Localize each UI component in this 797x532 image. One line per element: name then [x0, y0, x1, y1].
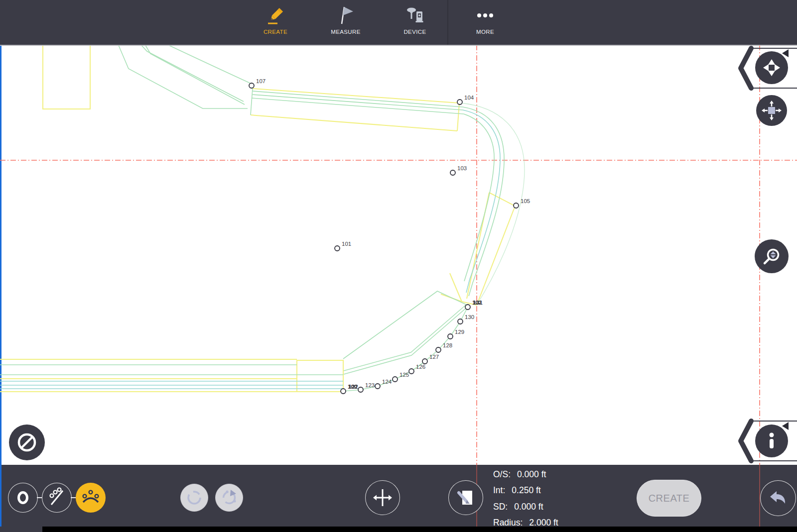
no-draw-button[interactable] [9, 425, 45, 460]
point-label: 125 [399, 372, 409, 378]
point-marker-105[interactable] [514, 203, 519, 208]
point-label: 124 [382, 379, 392, 385]
dpad-icon [759, 55, 785, 81]
edge-line-overlay [0, 465, 1, 527]
mode-arc-button[interactable] [76, 483, 106, 513]
readout-int-label: Int: [493, 485, 505, 496]
crosshair-lines [0, 45, 797, 465]
point-label: 123 [365, 382, 375, 388]
point-marker-100[interactable] [341, 389, 346, 394]
line-mode-icon [46, 487, 68, 509]
arc-rotate-button-disabled[interactable] [215, 484, 243, 512]
readout-int: Int: 0.250 ft [493, 483, 558, 499]
point-marker-126[interactable] [409, 369, 414, 374]
point-label: 104 [464, 95, 474, 101]
point-label: 101 [342, 241, 351, 247]
tab-create-label: CREATE [264, 29, 287, 35]
point-marker-102[interactable] [465, 305, 470, 310]
device-icon [403, 3, 427, 28]
point-marker-125[interactable] [393, 377, 398, 382]
arc-mode-icon [80, 487, 102, 509]
move-horizontal-icon [370, 485, 396, 511]
create-button-label: CREATE [649, 493, 690, 504]
stakeout-readouts: O/S: 0.000 ft Int: 0.250 ft SD: 0.000 ft… [493, 466, 558, 531]
point-label: 126 [416, 364, 425, 370]
point-marker-124[interactable] [375, 384, 380, 389]
pan-move-icon [759, 98, 784, 123]
create-button[interactable]: CREATE [637, 480, 701, 517]
point-label: 103 [457, 165, 467, 171]
readout-sd: SD: 0.000 ft [493, 499, 558, 515]
arc-2pt-button-disabled[interactable] [180, 484, 208, 512]
point-marker-128[interactable] [436, 347, 441, 352]
undo-button[interactable] [760, 480, 796, 516]
tab-measure-label: MEASURE [331, 29, 361, 35]
point-marker-123[interactable] [358, 387, 363, 392]
tab-device-label: DEVICE [403, 29, 426, 35]
point-marker-129[interactable] [448, 334, 453, 339]
arc-ring-icon [184, 487, 205, 508]
cad-lines-mint [0, 45, 525, 391]
point-label-overlap: 122 [349, 384, 358, 390]
info-button[interactable] [755, 425, 788, 457]
readout-radius-label: Radius: [493, 518, 523, 528]
readout-sd-value: 0.000 ft [514, 502, 543, 512]
readout-int-value: 0.250 ft [512, 485, 540, 496]
point-marker-101[interactable] [335, 246, 340, 251]
point-marker-104[interactable] [457, 100, 462, 105]
tab-device[interactable]: DEVICE [388, 3, 442, 43]
tab-more-label: MORE [476, 29, 494, 35]
home-indicator-strip [42, 527, 797, 532]
point-label: 105 [521, 198, 530, 204]
toolbar-divider [447, 0, 448, 45]
pencil-icon [265, 3, 286, 28]
dpad-nudge-button[interactable] [755, 51, 788, 84]
point-mode-icon [12, 487, 34, 509]
readout-os-value: 0.000 ft [517, 469, 546, 480]
point-marker-107[interactable] [249, 83, 254, 88]
tab-more[interactable]: MORE [458, 3, 513, 43]
readout-radius: Radius: 2.000 ft [493, 515, 558, 532]
more-dots-icon [473, 3, 497, 28]
prohibition-icon [13, 428, 41, 456]
rotate-arrow-icon [219, 487, 240, 508]
top-toolbar: CREATE MEASURE DEVICE [0, 0, 797, 45]
zoom-button[interactable] [755, 239, 789, 273]
cad-lines-yellow [0, 45, 515, 392]
tab-measure[interactable]: MEASURE [318, 3, 373, 43]
readout-os-label: O/S: [493, 469, 511, 480]
mode-point-button[interactable] [8, 483, 38, 513]
point-marker-130[interactable] [458, 319, 463, 324]
flag-icon [335, 3, 357, 28]
readout-radius-value: 2.000 ft [529, 518, 558, 528]
point-label: 130 [465, 314, 474, 320]
cad-lines-teal [0, 110, 500, 389]
move-point-button[interactable] [365, 480, 400, 515]
point-label-overlap: 131 [473, 300, 483, 306]
page-pencil-icon [453, 485, 479, 511]
point-label: 127 [429, 354, 439, 360]
point-label: 107 [256, 78, 266, 84]
pan-button[interactable] [756, 95, 787, 126]
undo-arrow-icon [765, 485, 791, 511]
map-canvas[interactable]: 1071041031051011021311301291281271261251… [0, 0, 797, 532]
mode-line-button[interactable] [42, 483, 72, 513]
point-label: 128 [443, 342, 452, 348]
tab-create[interactable]: CREATE [248, 3, 303, 43]
point-marker-103[interactable] [450, 170, 455, 175]
magnifier-zoom-icon [758, 243, 785, 270]
point-marker-127[interactable] [422, 359, 427, 364]
edit-notes-button[interactable] [448, 480, 483, 515]
readout-sd-label: SD: [493, 502, 508, 512]
point-label: 129 [455, 329, 464, 335]
info-icon [759, 428, 784, 453]
survey-app: { "topbar": { "items": [ {"label": "CREA… [0, 0, 797, 532]
readout-os: O/S: 0.000 ft [493, 466, 558, 483]
